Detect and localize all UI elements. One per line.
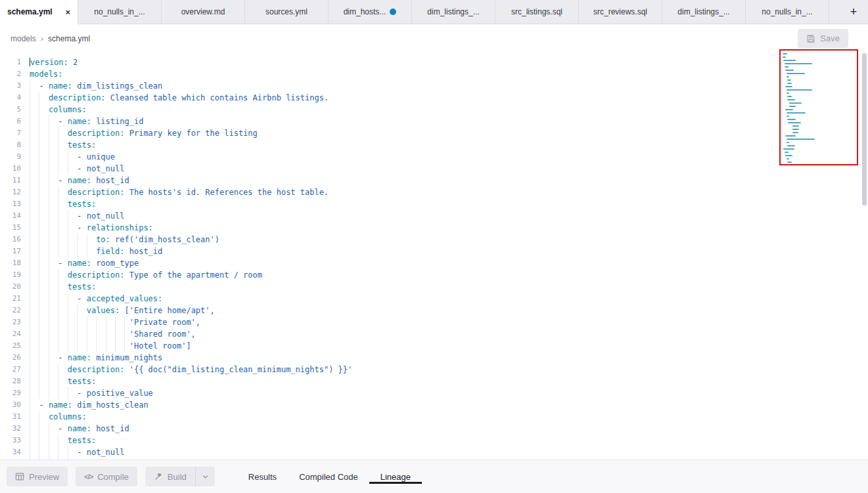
minimap-line <box>783 53 787 54</box>
indent-guides <box>30 210 77 222</box>
editor-tab[interactable]: schema.yml× <box>0 0 78 24</box>
editor-scrollbar[interactable] <box>862 53 867 205</box>
code-editor[interactable]: 1234567891011121314151617181920212223242… <box>0 53 868 460</box>
tab-bar-spacer <box>829 0 839 24</box>
minimap-highlight[interactable] <box>779 49 858 165</box>
line-number: 26 <box>0 352 30 364</box>
line-number: 11 <box>0 175 30 186</box>
build-button[interactable]: Build <box>145 467 196 486</box>
breadcrumb: models › schema.yml <box>11 33 90 43</box>
minimap-line <box>785 152 788 153</box>
code-line: - name: host_id <box>30 423 868 435</box>
line-number: 13 <box>0 198 30 210</box>
code-line: description: Type of the apartment / roo… <box>30 269 868 281</box>
line-number: 10 <box>0 163 30 175</box>
preview-button[interactable]: Preview <box>7 467 68 486</box>
code-line: 'Shared room', <box>30 328 868 340</box>
compile-button[interactable]: </> Compile <box>76 467 137 486</box>
line-number: 14 <box>0 210 30 222</box>
code-line: 'Private room', <box>30 316 868 328</box>
code-line: - relationships: <box>30 222 868 234</box>
line-number: 2 <box>0 68 30 80</box>
code-line: - unique <box>30 458 868 460</box>
code-line: - name: listing_id <box>30 116 868 127</box>
code-line: description: '{{ doc("dim_listing_clean_… <box>30 364 868 375</box>
indent-guides <box>30 198 68 210</box>
line-number: 29 <box>0 387 30 399</box>
indent-guides <box>30 340 129 352</box>
line-number: 5 <box>0 104 30 116</box>
editor-tab[interactable]: src_listings.sql <box>495 0 579 24</box>
indent-guides <box>30 116 58 127</box>
indent-guides <box>30 458 77 460</box>
bottom-toolbar-buttons: Preview </> Compile Build <box>7 460 422 493</box>
line-number: 6 <box>0 116 30 127</box>
new-tab-button[interactable]: + <box>839 0 868 24</box>
minimap-line <box>785 155 792 156</box>
bottom-tab-compiled-code[interactable]: Compiled Code <box>288 470 369 484</box>
indent-guides <box>30 80 39 92</box>
close-icon[interactable]: × <box>65 8 70 16</box>
app-window: schema.yml×no_nulls_in_...overview.mdsou… <box>0 0 868 493</box>
breadcrumb-folder[interactable]: models <box>11 34 36 43</box>
minimap-line <box>785 135 796 137</box>
minimap-line <box>789 102 802 104</box>
indent-guides <box>30 352 58 364</box>
tab-bar: schema.yml×no_nulls_in_...overview.mdsou… <box>0 0 868 24</box>
code-line: to: ref('dim_hosts_clean') <box>30 234 868 246</box>
code-line: - not_null <box>30 163 868 175</box>
indent-guides <box>30 246 96 257</box>
bottom-tab-lineage[interactable]: Lineage <box>369 470 422 484</box>
line-number: 8 <box>0 139 30 151</box>
minimap-line <box>783 56 786 58</box>
code-line: description: Cleansed table which contai… <box>30 92 868 104</box>
code-content[interactable]: version: 2models:- name: dim_listings_cl… <box>30 53 868 460</box>
tab-label: no_nulls_in_... <box>762 7 812 16</box>
bottom-tab-results[interactable]: Results <box>237 470 288 484</box>
line-number: 21 <box>0 293 30 305</box>
line-number: 12 <box>0 186 30 198</box>
tab-label: schema.yml <box>7 7 53 16</box>
code-line: columns: <box>30 104 868 116</box>
editor-tab[interactable]: no_nulls_in_... <box>78 0 162 24</box>
code-line: description: The hosts's id. References … <box>30 186 868 198</box>
minimap-line <box>787 165 791 165</box>
line-number: 23 <box>0 316 30 328</box>
code-line: - name: host_id <box>30 175 868 186</box>
line-number: 24 <box>0 328 30 340</box>
minimap-line <box>787 116 789 117</box>
line-number: 16 <box>0 234 30 246</box>
build-options-button[interactable] <box>196 467 215 486</box>
minimap-line <box>787 79 791 81</box>
indent-guides <box>30 234 96 246</box>
line-number: 30 <box>0 399 30 411</box>
code-line: - positive_value <box>30 387 868 399</box>
minimap-lines <box>783 53 855 165</box>
indent-guides <box>30 375 68 387</box>
code-line: - unique <box>30 151 868 163</box>
preview-icon <box>15 472 24 481</box>
editor-tab[interactable]: dim_listings_... <box>412 0 495 24</box>
tab-label: src_reviews.sql <box>593 7 647 16</box>
save-button[interactable]: Save <box>798 29 848 48</box>
editor-tab[interactable]: overview.md <box>162 0 245 24</box>
line-number: 32 <box>0 423 30 435</box>
indent-guides <box>30 387 77 399</box>
breadcrumb-separator-icon: › <box>41 33 43 43</box>
line-number: 27 <box>0 364 30 375</box>
editor-tab[interactable]: no_nulls_in_... <box>746 0 829 24</box>
editor-tab[interactable]: dim_listings_... <box>662 0 746 24</box>
indent-guides <box>30 104 49 116</box>
code-line: tests: <box>30 375 868 387</box>
editor-tab[interactable]: sources.yml <box>245 0 329 24</box>
line-number: 20 <box>0 281 30 293</box>
minimap-line <box>787 142 789 143</box>
minimap-line <box>792 125 800 127</box>
tab-label: sources.yml <box>265 7 308 16</box>
indent-guides <box>30 151 77 163</box>
minimap-line <box>787 119 796 120</box>
editor-tab[interactable]: src_reviews.sql <box>579 0 662 24</box>
preview-button-label: Preview <box>29 472 59 482</box>
editor-tab[interactable]: dim_hosts... <box>329 0 412 24</box>
code-line: tests: <box>30 435 868 446</box>
